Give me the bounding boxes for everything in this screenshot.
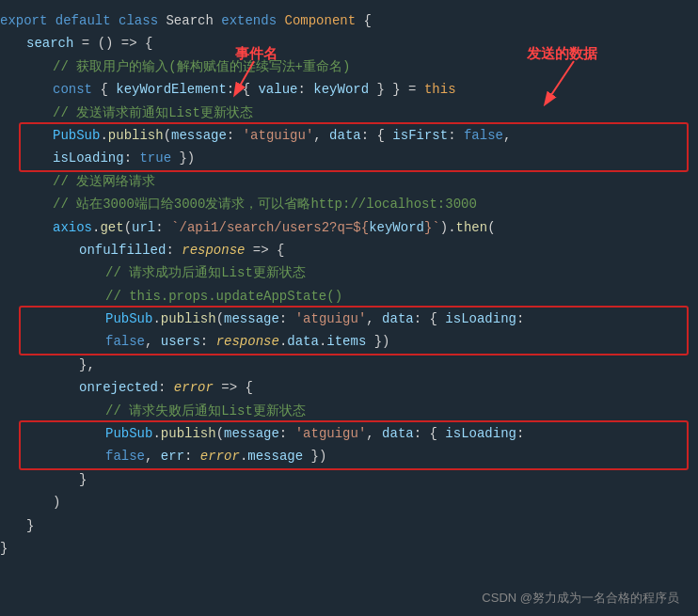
code-line: ) xyxy=(0,491,698,513)
footer-credit: CSDN @努力成为一名合格的程序员 xyxy=(482,590,679,607)
code-line: }, xyxy=(0,354,698,376)
code-line: PubSub.publish(message: 'atguigu', data:… xyxy=(0,422,698,445)
code-editor: export default class Search extends Comp… xyxy=(0,0,698,569)
code-line: axios.get(url: `/api1/search/users2?q=${… xyxy=(0,216,698,239)
code-line: // 站在3000端口给3000发请求，可以省略http://localhost… xyxy=(0,193,698,215)
code-line: // 请求失败后通知List更新状态 xyxy=(0,400,698,422)
code-line: // 获取用户的输入(解构赋值的连续写法+重命名) xyxy=(0,55,698,78)
code-line: onfulfilled: response => { xyxy=(0,239,698,261)
code-line: isLoading: true }) xyxy=(0,147,698,169)
code-line: false, err: error.message }) xyxy=(0,445,698,467)
code-line: // 发送请求前通知List更新状态 xyxy=(0,102,698,124)
code-line: } xyxy=(0,537,698,560)
code-line: PubSub.publish(message: 'atguigu', data:… xyxy=(0,308,698,330)
code-line: } xyxy=(0,468,698,491)
code-line: PubSub.publish(message: 'atguigu', data:… xyxy=(0,124,698,147)
code-line: // this.props.updateAppState() xyxy=(0,285,698,308)
code-line: search = () => { xyxy=(0,32,698,55)
code-line: // 请求成功后通知List更新状态 xyxy=(0,261,698,284)
code-line: const { keyWordElement: { value: keyWord… xyxy=(0,78,698,101)
code-line: // 发送网络请求 xyxy=(0,170,698,193)
code-line: onrejected: error => { xyxy=(0,376,698,399)
code-line: } xyxy=(0,514,698,537)
code-line: export default class Search extends Comp… xyxy=(0,9,698,32)
code-line: false, users: response.data.items }) xyxy=(0,330,698,353)
